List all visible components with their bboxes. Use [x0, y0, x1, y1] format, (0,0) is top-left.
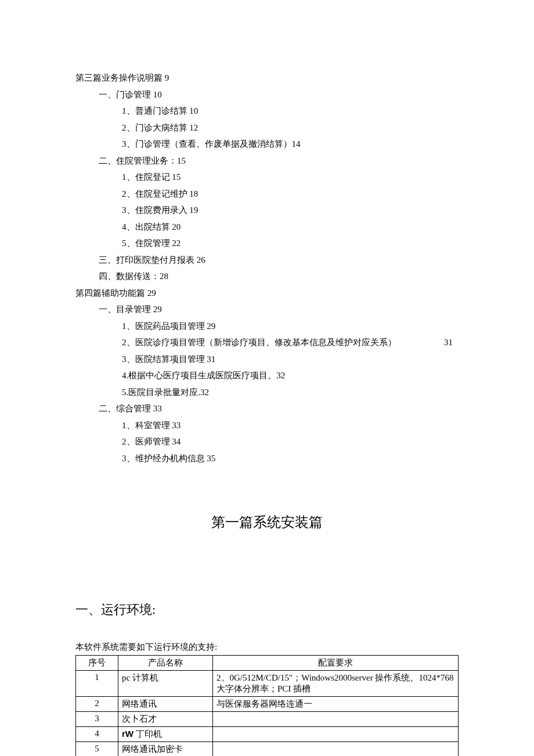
- section-title: 一、运行环境:: [75, 601, 459, 618]
- toc-item: 第四篇辅助功能篇 29: [75, 285, 459, 302]
- cell-req: [213, 727, 459, 742]
- cell-req: 与医保服务器网络连通一: [213, 697, 459, 712]
- toc-item: 5、住院管理 22: [75, 235, 459, 252]
- toc-item: 2、门诊大病结算 12: [75, 120, 459, 136]
- rw-prefix: rW: [122, 729, 134, 739]
- toc-item: 3、门诊管理（查看、作废单据及撤消结算）14: [75, 136, 459, 153]
- cell-product: rW 丁印机: [118, 727, 213, 742]
- chapter-title: 第一篇系统安装篇: [75, 513, 459, 531]
- toc-item: 2、医院诊疗项目管理（新增诊疗项目、修改基本信息及维护对应关系） 31: [75, 334, 459, 351]
- toc-item: 1、医院药品项目管理 29: [75, 318, 459, 335]
- cell-num: 5: [76, 742, 118, 757]
- toc-item: 1、科室管理 33: [75, 417, 459, 434]
- toc-item: 四、数据传送：28: [75, 268, 459, 285]
- col-header-req: 配置要求: [213, 656, 459, 671]
- toc-item-page: 31: [444, 334, 453, 351]
- toc-item: 3、医院结算项目管理 31: [75, 351, 459, 368]
- requirements-table: 序号 产品名称 配置要求 1 pc 计算机 2。0G/512M/CD/15"；W…: [75, 655, 459, 756]
- toc-item: 二、综合管理 33: [75, 400, 459, 417]
- cell-product: pc 计算机: [118, 671, 213, 697]
- toc-item: 1、住院登记 15: [75, 169, 459, 186]
- toc-item: 4.根据中心医疗项目生成医院医疗项目。32: [75, 367, 459, 384]
- cell-num: 4: [76, 727, 118, 742]
- table-row: 2 网络通讯 与医保服务器网络连通一: [76, 697, 459, 712]
- table-header-row: 序号 产品名称 配置要求: [76, 656, 459, 671]
- cell-req: [213, 712, 459, 727]
- toc-item: 1、普通门诊结算 10: [75, 103, 459, 120]
- toc-item-text: 2、医院诊疗项目管理（新增诊疗项目、修改基本信息及维护对应关系）: [122, 334, 396, 351]
- toc-item: 5.医院目录批量对应.32: [75, 384, 459, 401]
- toc-item: 2、医师管理 34: [75, 433, 459, 450]
- cell-req: 2。0G/512M/CD/15"；Windows2000server 操作系统、…: [213, 671, 459, 697]
- col-header-num: 序号: [76, 656, 118, 671]
- cell-product: 次卜石才: [118, 712, 213, 727]
- cell-num: 2: [76, 697, 118, 712]
- cell-product: 网络通讯: [118, 697, 213, 712]
- cell-req: [213, 742, 459, 757]
- table-of-contents: 第三篇业务操作说明篇 9 一、门诊管理 10 1、普通门诊结算 10 2、门诊大…: [75, 70, 459, 466]
- toc-item: 一、目录管理 29: [75, 301, 459, 318]
- table-row: 5 网络通讯加密卡: [76, 742, 459, 757]
- table-row: 1 pc 计算机 2。0G/512M/CD/15"；Windows2000ser…: [76, 671, 459, 697]
- toc-item: 3、维护经办机构信息 35: [75, 450, 459, 467]
- table-row: 3 次卜石才: [76, 712, 459, 727]
- toc-item: 三、打印医院垫付月报表 26: [75, 252, 459, 269]
- col-header-product: 产品名称: [118, 656, 213, 671]
- cell-product: 网络通讯加密卡: [118, 742, 213, 757]
- toc-item: 2、住院登记维护 18: [75, 186, 459, 202]
- cell-num: 1: [76, 671, 118, 697]
- toc-item: 4、出院结算 20: [75, 219, 459, 236]
- toc-item: 一、门诊管理 10: [75, 86, 459, 103]
- cell-num: 3: [76, 712, 118, 727]
- rw-suffix: 丁印机: [134, 729, 162, 739]
- table-intro: 本软件系统需要如下运行环境的支持:: [75, 642, 459, 653]
- toc-item: 3、住院费用录入 19: [75, 202, 459, 219]
- table-row: 4 rW 丁印机: [76, 727, 459, 742]
- toc-item: 第三篇业务操作说明篇 9: [75, 70, 459, 86]
- toc-item: 二、住院管理业务：15: [75, 153, 459, 169]
